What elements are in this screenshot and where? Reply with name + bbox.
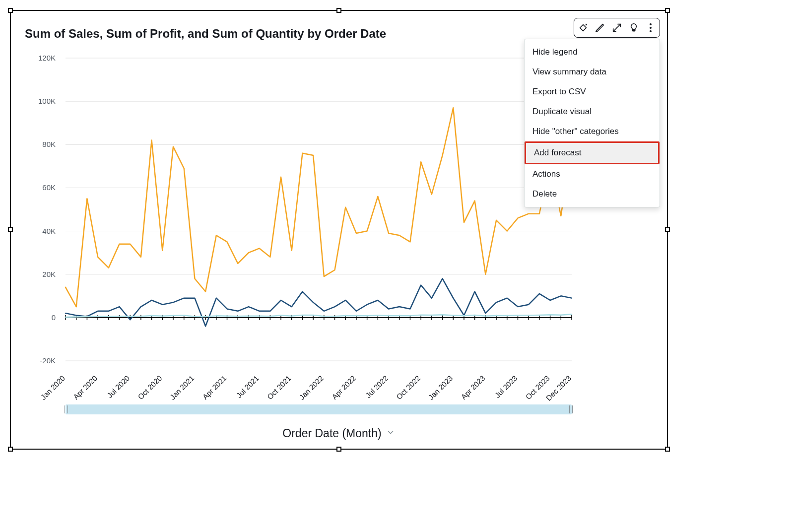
y-tick-label: 120K bbox=[11, 54, 56, 62]
menu-hide-other[interactable]: Hide "other" categories bbox=[525, 122, 660, 141]
resize-handle-tc[interactable] bbox=[336, 8, 341, 13]
menu-view-summary[interactable]: View summary data bbox=[525, 62, 660, 82]
svg-text:Oct 2020: Oct 2020 bbox=[136, 374, 163, 401]
chart-plot-area: Jan 2020Apr 2020Jul 2020Oct 2020Jan 2021… bbox=[66, 58, 572, 361]
line-chart-svg: Jan 2020Apr 2020Jul 2020Oct 2020Jan 2021… bbox=[66, 58, 572, 361]
svg-text:Apr 2023: Apr 2023 bbox=[459, 374, 486, 401]
svg-text:Apr 2020: Apr 2020 bbox=[71, 374, 99, 401]
svg-text:Jul 2021: Jul 2021 bbox=[235, 374, 261, 399]
pencil-icon[interactable] bbox=[594, 22, 606, 34]
menu-hide-legend[interactable]: Hide legend bbox=[525, 42, 660, 62]
svg-text:Jan 2021: Jan 2021 bbox=[168, 374, 196, 401]
menu-duplicate[interactable]: Duplicate visual bbox=[525, 102, 660, 122]
svg-text:Jan 2023: Jan 2023 bbox=[427, 374, 455, 401]
svg-text:Jul 2022: Jul 2022 bbox=[364, 374, 390, 399]
y-tick-label: 100K bbox=[11, 97, 56, 105]
x-axis-title: Order Date (Month) bbox=[282, 427, 381, 440]
menu-export-csv[interactable]: Export to CSV bbox=[525, 82, 660, 102]
svg-text:Jan 2020: Jan 2020 bbox=[39, 374, 66, 401]
resize-handle-mr[interactable] bbox=[665, 227, 670, 232]
y-tick-label: 60K bbox=[11, 183, 56, 192]
x-axis-title-wrap[interactable]: Order Date (Month) bbox=[11, 427, 667, 440]
svg-text:Oct 2021: Oct 2021 bbox=[265, 374, 293, 401]
range-slider[interactable] bbox=[66, 404, 572, 414]
y-tick-label: 40K bbox=[11, 227, 56, 235]
chevron-down-icon bbox=[386, 427, 396, 440]
resize-handle-tl[interactable] bbox=[8, 8, 13, 13]
menu-add-forecast[interactable]: Add forecast bbox=[525, 141, 660, 164]
chart-title: Sum of Sales, Sum of Profit, and Sum of … bbox=[25, 27, 386, 41]
svg-text:Apr 2022: Apr 2022 bbox=[330, 374, 357, 401]
sparkle-icon[interactable] bbox=[577, 22, 589, 34]
svg-text:Jul 2020: Jul 2020 bbox=[105, 374, 131, 399]
y-axis-labels: -20K020K40K60K80K100K120K bbox=[11, 58, 61, 361]
svg-text:Jan 2022: Jan 2022 bbox=[297, 374, 325, 401]
y-tick-label: 0 bbox=[11, 313, 56, 322]
resize-handle-bl[interactable] bbox=[8, 447, 13, 452]
svg-text:Oct 2022: Oct 2022 bbox=[395, 374, 422, 401]
more-icon[interactable] bbox=[645, 22, 657, 34]
menu-actions[interactable]: Actions bbox=[525, 164, 660, 184]
svg-text:Jul 2023: Jul 2023 bbox=[493, 374, 519, 399]
expand-icon[interactable] bbox=[611, 22, 623, 34]
visual-toolbar bbox=[574, 18, 660, 38]
y-tick-label: 80K bbox=[11, 140, 56, 148]
y-tick-label: -20K bbox=[11, 356, 56, 365]
menu-delete[interactable]: Delete bbox=[525, 184, 660, 204]
resize-handle-bc[interactable] bbox=[336, 447, 341, 452]
svg-text:Apr 2021: Apr 2021 bbox=[201, 374, 228, 401]
bulb-icon[interactable] bbox=[628, 22, 640, 34]
resize-handle-tr[interactable] bbox=[665, 8, 670, 13]
resize-handle-br[interactable] bbox=[665, 447, 670, 452]
y-tick-label: 20K bbox=[11, 270, 56, 278]
context-menu: Hide legend View summary data Export to … bbox=[524, 39, 660, 207]
visual-frame[interactable]: Sum of Sales, Sum of Profit, and Sum of … bbox=[10, 10, 668, 450]
